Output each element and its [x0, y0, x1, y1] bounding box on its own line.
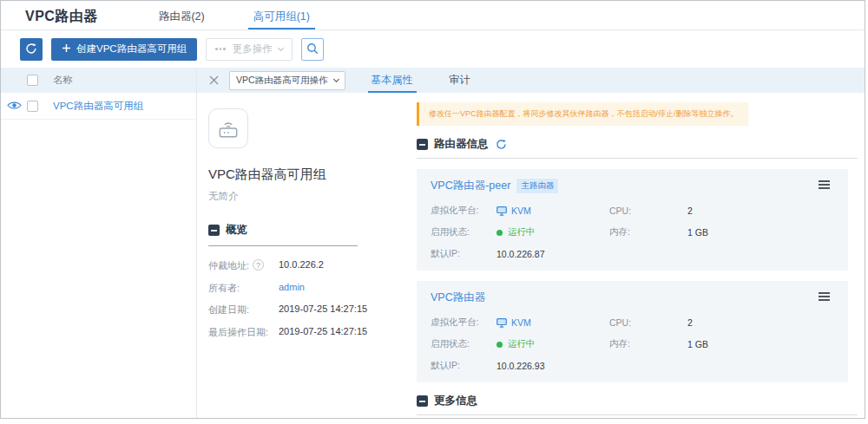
- chevron-down-icon: [278, 45, 284, 51]
- cpu-value: 2: [687, 205, 848, 216]
- ha-group-list-panel: 名称 VPC路由器高可用组: [1, 68, 197, 419]
- tab-basic-properties[interactable]: 基本属性: [368, 68, 417, 93]
- page-tabs: 路由器(2) 高可用组(1): [135, 1, 334, 29]
- overview-icon: [208, 225, 220, 236]
- refresh-button[interactable]: [20, 38, 43, 61]
- ellipsis-icon: [215, 48, 227, 50]
- router-info-title: 路由器信息: [434, 137, 489, 152]
- detail-info-column: VPC路由器高可用组 无简介 概览 仲裁地址: 10.0.226.2: [197, 93, 410, 419]
- toolbar: 创建VPC路由器高可用组 更多操作: [1, 30, 865, 68]
- status-running-dot: [496, 230, 503, 236]
- object-description: 无简介: [208, 190, 410, 203]
- field-create-date: 创建日期: 2019-07-25 14:27:15: [208, 303, 410, 326]
- search-icon: [306, 42, 319, 56]
- cpu-value: 2: [687, 317, 848, 328]
- memory-value: 1 GB: [687, 227, 848, 238]
- primary-router-badge: 主路由器: [516, 179, 558, 193]
- close-icon[interactable]: [207, 74, 220, 87]
- overview-title: 概览: [226, 223, 247, 238]
- create-ha-group-label: 创建VPC路由器高可用组: [76, 42, 187, 55]
- router-card-peer: VPC路由器-peer 主路由器 虚拟化平台: KVM: [417, 169, 848, 271]
- plus-icon: [62, 43, 71, 55]
- detail-content-column: 修改任一VPC路由器配置，将同步修改其伙伴路由器，不包括启动/停止/删除等独立操…: [410, 93, 865, 419]
- actions-dropdown-label: VPC路由器高可用操作: [236, 75, 328, 87]
- section-refresh-icon[interactable]: [496, 139, 507, 150]
- more-actions-label: 更多操作: [233, 42, 273, 55]
- warning-banner: 修改任一VPC路由器配置，将同步修改其伙伴路由器，不包括启动/停止/删除等独立操…: [417, 102, 748, 126]
- status-running-dot: [496, 342, 503, 348]
- page-header: VPC路由器 路由器(2) 高可用组(1): [1, 1, 865, 30]
- row-checkbox[interactable]: [27, 101, 38, 112]
- card-menu-icon[interactable]: [819, 292, 830, 303]
- more-actions-button[interactable]: 更多操作: [206, 38, 293, 61]
- router-name-link[interactable]: VPC路由器: [431, 290, 485, 305]
- refresh-icon: [25, 42, 37, 56]
- card-menu-icon[interactable]: [819, 180, 830, 191]
- default-ip-value: 10.0.226.87: [496, 249, 609, 259]
- list-row-ha-group[interactable]: VPC路由器高可用组: [1, 93, 196, 120]
- default-ip-value: 10.0.226.93: [496, 361, 609, 371]
- memory-value: 1 GB: [687, 339, 848, 349]
- router-info-divider: [417, 158, 858, 159]
- object-name: VPC路由器高可用组: [208, 166, 410, 183]
- overview-section-header: 概览: [208, 223, 410, 238]
- more-info-divider: [417, 414, 858, 415]
- search-button[interactable]: [301, 38, 324, 61]
- kvm-icon: [496, 318, 507, 328]
- overview-divider: [208, 245, 358, 246]
- page-title: VPC路由器: [25, 8, 98, 29]
- platform-value: KVM: [511, 205, 531, 216]
- column-header-name: 名称: [53, 74, 73, 87]
- more-info-title: 更多信息: [434, 394, 477, 408]
- router-info-section-header: 路由器信息: [417, 137, 858, 152]
- router-avatar-icon: [208, 108, 248, 148]
- field-owner: 所有者: admin: [208, 282, 410, 304]
- actions-dropdown[interactable]: VPC路由器高可用操作: [229, 71, 345, 90]
- more-info-icon: [417, 395, 428, 407]
- field-arbitration-address: 仲裁地址: 10.0.226.2: [208, 259, 410, 282]
- status-value: 运行中: [508, 338, 536, 350]
- router-card: VPC路由器 虚拟化平台: KVM CPU:: [417, 281, 848, 382]
- vpc-router-window: VPC路由器 路由器(2) 高可用组(1) 创建VPC路由器高可用组 更多操作: [0, 0, 865, 419]
- kvm-icon: [496, 206, 507, 216]
- field-last-op-date: 最后操作日期: 2019-07-25 14:27:15: [208, 326, 410, 349]
- tab-ha-groups[interactable]: 高可用组(1): [248, 1, 315, 29]
- detail-header-band: VPC路由器高可用操作 基本属性 审计: [197, 68, 865, 93]
- list-header: 名称: [1, 68, 196, 93]
- tab-audit[interactable]: 审计: [446, 68, 474, 93]
- chevron-down-icon: [333, 76, 339, 82]
- detail-panel: VPC路由器高可用操作 基本属性 审计: [197, 68, 865, 419]
- router-info-icon: [417, 139, 428, 150]
- more-info-section-header: 更多信息: [417, 394, 858, 408]
- create-ha-group-button[interactable]: 创建VPC路由器高可用组: [51, 38, 197, 61]
- select-all-checkbox[interactable]: [27, 75, 38, 86]
- row-name-link[interactable]: VPC路由器高可用组: [53, 100, 143, 113]
- owner-link[interactable]: admin: [279, 282, 305, 292]
- detail-tabs: 基本属性 审计: [368, 68, 503, 93]
- tab-routers[interactable]: 路由器(2): [154, 1, 210, 29]
- eye-icon[interactable]: [7, 98, 22, 114]
- status-value: 运行中: [508, 226, 536, 238]
- help-icon[interactable]: [253, 259, 264, 271]
- router-name-link[interactable]: VPC路由器-peer: [431, 179, 510, 193]
- platform-value: KVM: [511, 317, 531, 328]
